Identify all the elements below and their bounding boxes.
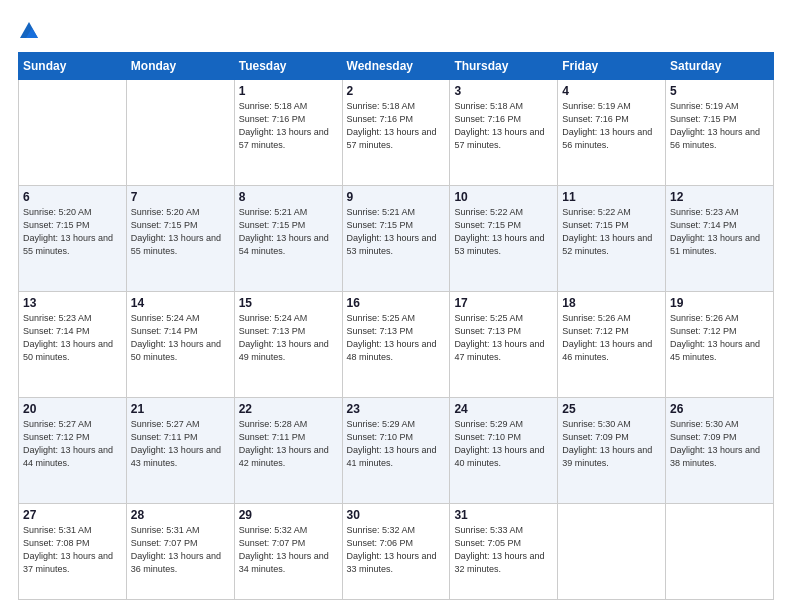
- day-number: 2: [347, 84, 446, 98]
- calendar-cell: 15Sunrise: 5:24 AMSunset: 7:13 PMDayligh…: [234, 291, 342, 397]
- day-number: 19: [670, 296, 769, 310]
- calendar-cell: 14Sunrise: 5:24 AMSunset: 7:14 PMDayligh…: [126, 291, 234, 397]
- day-info: Sunrise: 5:30 AMSunset: 7:09 PMDaylight:…: [562, 418, 661, 470]
- day-info: Sunrise: 5:31 AMSunset: 7:07 PMDaylight:…: [131, 524, 230, 576]
- weekday-header: Saturday: [666, 53, 774, 80]
- day-info: Sunrise: 5:28 AMSunset: 7:11 PMDaylight:…: [239, 418, 338, 470]
- day-number: 8: [239, 190, 338, 204]
- day-number: 21: [131, 402, 230, 416]
- calendar-cell: 4Sunrise: 5:19 AMSunset: 7:16 PMDaylight…: [558, 80, 666, 186]
- weekday-header: Wednesday: [342, 53, 450, 80]
- calendar-cell: 18Sunrise: 5:26 AMSunset: 7:12 PMDayligh…: [558, 291, 666, 397]
- calendar-cell: 30Sunrise: 5:32 AMSunset: 7:06 PMDayligh…: [342, 503, 450, 599]
- day-number: 28: [131, 508, 230, 522]
- day-number: 17: [454, 296, 553, 310]
- calendar-cell: 12Sunrise: 5:23 AMSunset: 7:14 PMDayligh…: [666, 185, 774, 291]
- day-number: 26: [670, 402, 769, 416]
- day-info: Sunrise: 5:18 AMSunset: 7:16 PMDaylight:…: [454, 100, 553, 152]
- day-number: 4: [562, 84, 661, 98]
- calendar-cell: 24Sunrise: 5:29 AMSunset: 7:10 PMDayligh…: [450, 397, 558, 503]
- calendar-body: 1Sunrise: 5:18 AMSunset: 7:16 PMDaylight…: [19, 80, 774, 600]
- calendar-cell: 26Sunrise: 5:30 AMSunset: 7:09 PMDayligh…: [666, 397, 774, 503]
- day-number: 14: [131, 296, 230, 310]
- day-info: Sunrise: 5:21 AMSunset: 7:15 PMDaylight:…: [239, 206, 338, 258]
- day-info: Sunrise: 5:19 AMSunset: 7:16 PMDaylight:…: [562, 100, 661, 152]
- calendar-cell: 19Sunrise: 5:26 AMSunset: 7:12 PMDayligh…: [666, 291, 774, 397]
- day-number: 30: [347, 508, 446, 522]
- day-number: 15: [239, 296, 338, 310]
- calendar-cell: 20Sunrise: 5:27 AMSunset: 7:12 PMDayligh…: [19, 397, 127, 503]
- calendar-table: SundayMondayTuesdayWednesdayThursdayFrid…: [18, 52, 774, 600]
- calendar-cell: 28Sunrise: 5:31 AMSunset: 7:07 PMDayligh…: [126, 503, 234, 599]
- calendar-cell: 23Sunrise: 5:29 AMSunset: 7:10 PMDayligh…: [342, 397, 450, 503]
- day-info: Sunrise: 5:29 AMSunset: 7:10 PMDaylight:…: [347, 418, 446, 470]
- day-info: Sunrise: 5:29 AMSunset: 7:10 PMDaylight:…: [454, 418, 553, 470]
- day-number: 6: [23, 190, 122, 204]
- weekday-header: Tuesday: [234, 53, 342, 80]
- day-info: Sunrise: 5:31 AMSunset: 7:08 PMDaylight:…: [23, 524, 122, 576]
- calendar-cell: 7Sunrise: 5:20 AMSunset: 7:15 PMDaylight…: [126, 185, 234, 291]
- weekday-header: Sunday: [19, 53, 127, 80]
- day-info: Sunrise: 5:25 AMSunset: 7:13 PMDaylight:…: [347, 312, 446, 364]
- day-info: Sunrise: 5:32 AMSunset: 7:07 PMDaylight:…: [239, 524, 338, 576]
- day-number: 10: [454, 190, 553, 204]
- calendar-cell: 2Sunrise: 5:18 AMSunset: 7:16 PMDaylight…: [342, 80, 450, 186]
- day-info: Sunrise: 5:18 AMSunset: 7:16 PMDaylight:…: [347, 100, 446, 152]
- day-number: 24: [454, 402, 553, 416]
- calendar-cell: 21Sunrise: 5:27 AMSunset: 7:11 PMDayligh…: [126, 397, 234, 503]
- day-number: 16: [347, 296, 446, 310]
- calendar-cell: 10Sunrise: 5:22 AMSunset: 7:15 PMDayligh…: [450, 185, 558, 291]
- day-number: 31: [454, 508, 553, 522]
- day-number: 25: [562, 402, 661, 416]
- calendar-cell: 13Sunrise: 5:23 AMSunset: 7:14 PMDayligh…: [19, 291, 127, 397]
- day-info: Sunrise: 5:26 AMSunset: 7:12 PMDaylight:…: [562, 312, 661, 364]
- day-info: Sunrise: 5:22 AMSunset: 7:15 PMDaylight:…: [562, 206, 661, 258]
- calendar-cell: [558, 503, 666, 599]
- day-info: Sunrise: 5:33 AMSunset: 7:05 PMDaylight:…: [454, 524, 553, 576]
- day-number: 1: [239, 84, 338, 98]
- logo: [18, 18, 44, 42]
- day-number: 5: [670, 84, 769, 98]
- header: [18, 18, 774, 42]
- day-info: Sunrise: 5:24 AMSunset: 7:14 PMDaylight:…: [131, 312, 230, 364]
- day-info: Sunrise: 5:19 AMSunset: 7:15 PMDaylight:…: [670, 100, 769, 152]
- day-number: 12: [670, 190, 769, 204]
- calendar-cell: 1Sunrise: 5:18 AMSunset: 7:16 PMDaylight…: [234, 80, 342, 186]
- calendar-week-row: 20Sunrise: 5:27 AMSunset: 7:12 PMDayligh…: [19, 397, 774, 503]
- calendar-cell: 22Sunrise: 5:28 AMSunset: 7:11 PMDayligh…: [234, 397, 342, 503]
- day-info: Sunrise: 5:18 AMSunset: 7:16 PMDaylight:…: [239, 100, 338, 152]
- day-number: 7: [131, 190, 230, 204]
- calendar-cell: 17Sunrise: 5:25 AMSunset: 7:13 PMDayligh…: [450, 291, 558, 397]
- calendar-cell: 3Sunrise: 5:18 AMSunset: 7:16 PMDaylight…: [450, 80, 558, 186]
- calendar-cell: 6Sunrise: 5:20 AMSunset: 7:15 PMDaylight…: [19, 185, 127, 291]
- day-number: 9: [347, 190, 446, 204]
- calendar-cell: 5Sunrise: 5:19 AMSunset: 7:15 PMDaylight…: [666, 80, 774, 186]
- day-info: Sunrise: 5:27 AMSunset: 7:11 PMDaylight:…: [131, 418, 230, 470]
- day-info: Sunrise: 5:26 AMSunset: 7:12 PMDaylight:…: [670, 312, 769, 364]
- calendar-week-row: 6Sunrise: 5:20 AMSunset: 7:15 PMDaylight…: [19, 185, 774, 291]
- calendar-week-row: 13Sunrise: 5:23 AMSunset: 7:14 PMDayligh…: [19, 291, 774, 397]
- calendar-cell: 27Sunrise: 5:31 AMSunset: 7:08 PMDayligh…: [19, 503, 127, 599]
- weekday-header: Thursday: [450, 53, 558, 80]
- logo-icon: [18, 20, 40, 42]
- day-number: 13: [23, 296, 122, 310]
- day-number: 22: [239, 402, 338, 416]
- day-number: 23: [347, 402, 446, 416]
- calendar-cell: 16Sunrise: 5:25 AMSunset: 7:13 PMDayligh…: [342, 291, 450, 397]
- day-info: Sunrise: 5:30 AMSunset: 7:09 PMDaylight:…: [670, 418, 769, 470]
- page: SundayMondayTuesdayWednesdayThursdayFrid…: [0, 0, 792, 612]
- day-number: 27: [23, 508, 122, 522]
- calendar-cell: [126, 80, 234, 186]
- day-info: Sunrise: 5:20 AMSunset: 7:15 PMDaylight:…: [131, 206, 230, 258]
- day-info: Sunrise: 5:23 AMSunset: 7:14 PMDaylight:…: [23, 312, 122, 364]
- calendar-cell: 8Sunrise: 5:21 AMSunset: 7:15 PMDaylight…: [234, 185, 342, 291]
- calendar-cell: 31Sunrise: 5:33 AMSunset: 7:05 PMDayligh…: [450, 503, 558, 599]
- day-number: 18: [562, 296, 661, 310]
- day-number: 20: [23, 402, 122, 416]
- day-number: 29: [239, 508, 338, 522]
- calendar-cell: 11Sunrise: 5:22 AMSunset: 7:15 PMDayligh…: [558, 185, 666, 291]
- calendar-cell: 25Sunrise: 5:30 AMSunset: 7:09 PMDayligh…: [558, 397, 666, 503]
- day-info: Sunrise: 5:25 AMSunset: 7:13 PMDaylight:…: [454, 312, 553, 364]
- calendar-cell: 9Sunrise: 5:21 AMSunset: 7:15 PMDaylight…: [342, 185, 450, 291]
- day-number: 11: [562, 190, 661, 204]
